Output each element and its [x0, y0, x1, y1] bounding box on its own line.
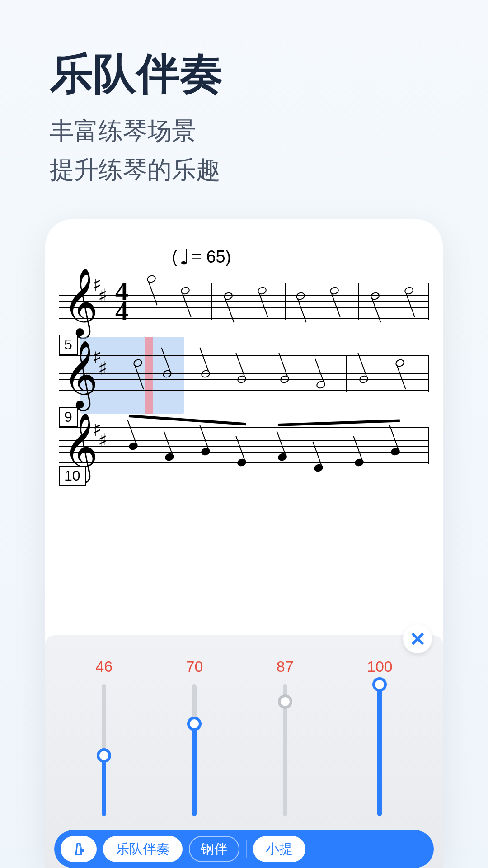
slider-value-label: 70 [186, 658, 203, 675]
measure-number-10: 10 [59, 466, 86, 486]
toolbar-separator [246, 840, 247, 858]
volume-slider-1[interactable]: 46 [95, 658, 113, 816]
key-signature: ♯♯ [93, 351, 107, 374]
page-title: 乐队伴奏 [50, 50, 438, 98]
page-header: 乐队伴奏 丰富练琴场景 提升练琴的乐趣 [0, 0, 488, 207]
subtitle-line-1: 丰富练琴场景 [50, 111, 438, 150]
tempo-paren: ( [172, 247, 178, 267]
tempo-marking: ( ♩ = 65) [172, 244, 231, 269]
staff-line-3: 9 𝄞 ♯♯ [59, 427, 429, 463]
violin-button[interactable]: 小提 [253, 836, 305, 862]
metronome-icon [70, 841, 87, 857]
volume-slider-2[interactable]: 70 [186, 658, 203, 816]
svg-point-0 [82, 849, 84, 852]
slider-track[interactable] [192, 684, 197, 816]
slider-track[interactable] [377, 684, 382, 816]
slider-track[interactable] [102, 684, 106, 816]
quarter-note-icon: ♩ [179, 244, 190, 269]
phone-mockup: ( ♩ = 65) 𝄞 ♯♯ 44 [45, 219, 443, 868]
accompaniment-button[interactable]: 乐队伴奏 [103, 836, 183, 862]
tempo-value: = 65) [192, 247, 231, 267]
volume-slider-4[interactable]: 100 [367, 658, 393, 816]
volume-slider-3[interactable]: 87 [277, 658, 294, 816]
slider-value-label: 87 [277, 658, 294, 675]
subtitle-line-2: 提升练琴的乐趣 [50, 150, 438, 189]
sliders-container: 46 70 87 100 [45, 635, 443, 830]
staff-line-1: 𝄞 ♯♯ 44 [59, 283, 429, 319]
mixer-panel: ✕ 46 70 87 [45, 635, 443, 868]
bottom-toolbar: 乐队伴奏 钢伴 小提 [54, 830, 434, 868]
piano-accompany-button[interactable]: 钢伴 [189, 836, 239, 862]
close-button[interactable]: ✕ [403, 624, 432, 653]
metronome-button[interactable] [61, 836, 97, 862]
key-signature: ♯♯ [93, 279, 107, 302]
slider-value-label: 46 [95, 658, 113, 675]
time-signature: 44 [115, 281, 128, 321]
sheet-music-area[interactable]: ( ♩ = 65) 𝄞 ♯♯ 44 [45, 219, 443, 509]
slider-track[interactable] [283, 684, 287, 816]
page-subtitle: 丰富练琴场景 提升练琴的乐趣 [50, 111, 438, 189]
close-icon: ✕ [409, 627, 426, 651]
slider-value-label: 100 [367, 658, 393, 675]
staff-line-2: 5 𝄞 ♯♯ [59, 355, 429, 391]
key-signature: ♯♯ [93, 424, 107, 446]
